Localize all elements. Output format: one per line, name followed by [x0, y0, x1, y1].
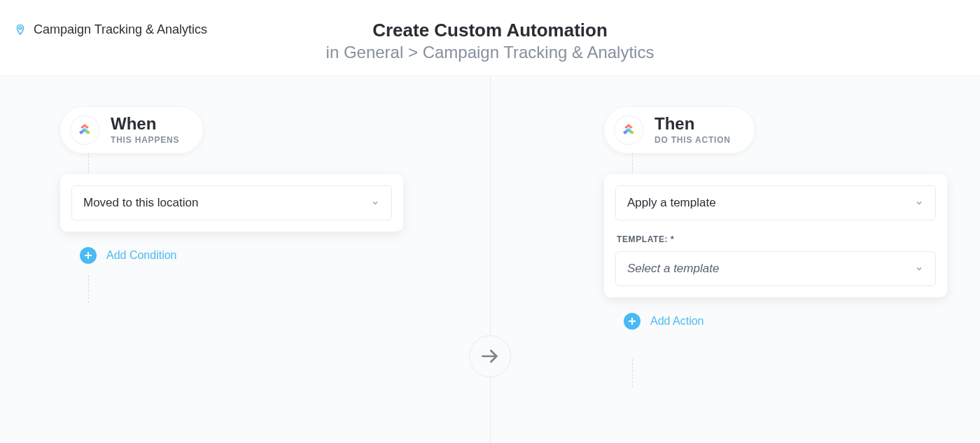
- plus-circle-icon: [624, 313, 640, 330]
- add-condition-label: Add Condition: [106, 249, 177, 262]
- page-header: Campaign Tracking & Analytics Create Cus…: [0, 0, 980, 76]
- template-selector[interactable]: Select a template: [615, 251, 936, 286]
- when-header-pill: When THIS HAPPENS: [60, 107, 203, 153]
- vertical-divider: [490, 76, 491, 443]
- action-selector[interactable]: Apply a template: [615, 185, 936, 220]
- chevron-down-icon: [370, 198, 380, 208]
- svg-point-0: [19, 27, 22, 29]
- when-column: When THIS HAPPENS Moved to this location…: [60, 107, 403, 267]
- template-field-label: TEMPLATE: *: [617, 234, 936, 244]
- add-action-button[interactable]: Add Action: [624, 313, 704, 330]
- page-subtitle: in General > Campaign Tracking & Analyti…: [14, 43, 966, 63]
- breadcrumb-label: Campaign Tracking & Analytics: [34, 22, 207, 37]
- add-action-label: Add Action: [650, 315, 704, 328]
- flow-arrow-badge: [469, 335, 511, 377]
- chevron-down-icon: [914, 264, 924, 274]
- clickup-logo-icon: [614, 115, 643, 145]
- automation-canvas: When THIS HAPPENS Moved to this location…: [0, 76, 980, 443]
- clickup-logo-icon: [70, 115, 99, 145]
- then-heading: Then: [654, 115, 731, 132]
- trigger-selector[interactable]: Moved to this location: [71, 185, 392, 220]
- then-subheading: DO THIS ACTION: [654, 135, 731, 145]
- action-card: Apply a template TEMPLATE: * Select a te…: [604, 174, 947, 297]
- chevron-down-icon: [914, 198, 924, 208]
- template-placeholder: Select a template: [627, 262, 719, 276]
- connector-line: [88, 275, 89, 303]
- arrow-right-icon: [479, 345, 501, 367]
- then-column: Then DO THIS ACTION Apply a template TEM…: [604, 107, 947, 332]
- plus-circle-icon: [80, 247, 97, 264]
- when-heading: When: [111, 115, 179, 132]
- action-selected-value: Apply a template: [627, 196, 716, 210]
- then-header-pill: Then DO THIS ACTION: [604, 107, 755, 153]
- trigger-selected-value: Moved to this location: [83, 196, 198, 210]
- location-pin-icon: [14, 24, 27, 36]
- trigger-card: Moved to this location: [60, 174, 403, 232]
- connector-line: [632, 359, 633, 387]
- when-subheading: THIS HAPPENS: [111, 135, 179, 145]
- breadcrumb[interactable]: Campaign Tracking & Analytics: [14, 22, 207, 37]
- add-condition-button[interactable]: Add Condition: [80, 247, 177, 264]
